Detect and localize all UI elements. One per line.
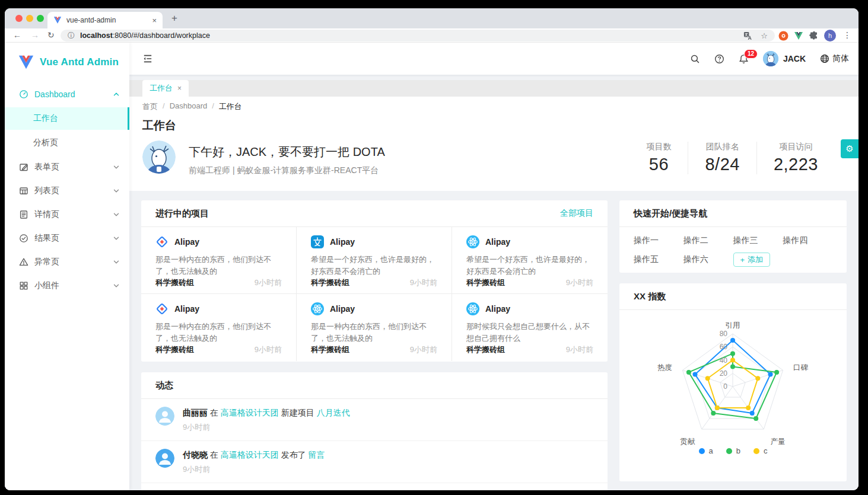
project-time: 9小时前	[410, 277, 437, 288]
chevron-down-icon	[113, 164, 120, 171]
project-card[interactable]: Alipay那是一种内在的东西，他们到达不了，也无法触及的科学搬砖组9小时前	[141, 227, 297, 294]
project-name[interactable]: Alipay	[330, 304, 355, 314]
sidebar-item-detail[interactable]: 详情页	[5, 203, 129, 226]
legend-item-a[interactable]: a	[699, 446, 713, 455]
locale-switcher[interactable]: 简体	[820, 53, 849, 64]
project-group-link[interactable]: 科学搬砖组	[155, 344, 194, 355]
quicknav-link[interactable]: 操作四	[783, 235, 832, 246]
add-quicknav-button[interactable]: +添加	[733, 253, 771, 267]
project-card-head: Alipay	[155, 302, 282, 315]
feed-link[interactable]: 八月迭代	[317, 408, 350, 417]
bookmark-star-icon[interactable]: ☆	[761, 31, 768, 40]
tab-close-icon[interactable]: ×	[152, 16, 157, 25]
quicknav-card-title: 快速开始/便捷导航	[634, 208, 707, 219]
extensions-puzzle-icon[interactable]	[809, 30, 819, 41]
settings-drawer-button[interactable]: ⚙	[841, 139, 859, 158]
sidebar-item-dashboard[interactable]: Dashboard	[5, 83, 129, 106]
project-card[interactable]: Alipay希望是一个好东西，也许是最好的，好东西是不会消亡的科学搬砖组9小时前	[297, 227, 452, 294]
breadcrumb-item[interactable]: 首页	[142, 101, 158, 112]
extension-orange-icon[interactable]	[778, 30, 788, 41]
sidebar-item-list[interactable]: 列表页	[5, 180, 129, 202]
legend-item-c[interactable]: c	[753, 446, 768, 455]
feed-segment: 在	[208, 450, 221, 459]
forward-icon[interactable]: →	[31, 30, 39, 40]
antd-icon	[155, 302, 168, 315]
project-group-link[interactable]: 科学搬砖组	[311, 344, 349, 355]
legend-dot	[726, 448, 732, 454]
stat-项目访问: 项目访问2,223	[756, 142, 835, 174]
quicknav-link[interactable]: 操作三	[733, 235, 783, 246]
add-button-label: 添加	[748, 254, 763, 265]
help-icon[interactable]	[714, 54, 724, 64]
new-tab-button[interactable]: +	[168, 12, 180, 24]
svg-text:0: 0	[723, 382, 727, 391]
project-group-link[interactable]: 科学搬砖组	[466, 277, 505, 288]
project-name[interactable]: Alipay	[485, 237, 510, 247]
project-card-head: Alipay	[311, 302, 437, 315]
legend-dot	[753, 448, 759, 454]
project-name[interactable]: Alipay	[485, 304, 510, 314]
minimize-window-button[interactable]	[26, 15, 33, 22]
feed-link[interactable]: 高逼格设计天团	[221, 450, 279, 459]
locale-label: 简体	[832, 53, 849, 64]
feed-segment: 新建项目	[279, 408, 317, 417]
project-footer: 科学搬砖组9小时前	[155, 344, 282, 355]
quicknav-link[interactable]: 操作五	[634, 254, 683, 267]
sidebar-item-components[interactable]: 小组件	[5, 274, 129, 297]
browser-tab[interactable]: vue-antd-admin ×	[47, 12, 163, 28]
breadcrumb-item[interactable]: Dashboard	[170, 101, 208, 112]
atom-icon	[311, 302, 324, 315]
sidebar-item-form[interactable]: 表单页	[5, 156, 129, 178]
sidebar-item-label: 结果页	[34, 233, 113, 244]
page-title: 工作台	[142, 118, 176, 133]
address-bar[interactable]: ⓘ localhost:8080/#/dashboard/workplace ☆	[61, 30, 775, 41]
user-menu[interactable]: JACK	[763, 51, 806, 66]
project-card[interactable]: Alipay那是一种内在的东西，他们到达不了，也无法触及的科学搬砖组9小时前	[297, 294, 452, 361]
breadcrumb-item: 工作台	[219, 101, 242, 112]
profile-icon	[19, 210, 28, 219]
project-name[interactable]: Alipay	[174, 237, 199, 247]
sidebar-item-result[interactable]: 结果页	[5, 227, 129, 250]
all-projects-link[interactable]: 全部项目	[560, 208, 593, 219]
translate-icon[interactable]	[743, 31, 752, 40]
project-time: 9小时前	[255, 344, 282, 355]
project-name[interactable]: Alipay	[330, 237, 355, 247]
project-name[interactable]: Alipay	[174, 304, 199, 314]
project-card[interactable]: Alipay那时候我只会想自己想要什么，从不想自己拥有什么科学搬砖组9小时前	[452, 294, 608, 361]
atom-icon	[466, 302, 479, 315]
feed-avatar	[155, 449, 174, 468]
browser-menu-icon[interactable]: ⋮	[843, 30, 851, 40]
legend-item-b[interactable]: b	[726, 446, 740, 455]
feed-link[interactable]: 高逼格设计天团	[221, 408, 279, 417]
feed-link[interactable]: 留言	[309, 450, 325, 459]
sidebar-item-exception[interactable]: 异常页	[5, 251, 129, 273]
project-desc: 那是一种内在的东西，他们到达不了，也无法触及的	[311, 321, 437, 344]
app-logo[interactable]: Vue Antd Admin	[5, 43, 129, 72]
search-icon[interactable]	[690, 54, 700, 64]
greeting-avatar	[142, 140, 176, 174]
browser-profile-avatar[interactable]: h	[824, 30, 836, 41]
back-icon[interactable]: ←	[13, 30, 21, 40]
activity-card-title: 动态	[155, 380, 173, 391]
page-tab-close-icon[interactable]: ×	[177, 84, 182, 92]
project-group-link[interactable]: 科学搬砖组	[155, 277, 194, 288]
quicknav-link[interactable]: 操作六	[683, 254, 733, 267]
page-tab-workplace[interactable]: 工作台 ×	[142, 80, 189, 97]
reload-icon[interactable]: ↻	[47, 30, 55, 40]
project-group-link[interactable]: 科学搬砖组	[466, 344, 505, 355]
project-desc: 希望是一个好东西，也许是最好的，好东西是不会消亡的	[466, 254, 593, 277]
quicknav-link[interactable]: 操作二	[683, 235, 733, 246]
zoom-window-button[interactable]	[37, 15, 44, 22]
quicknav-links: 操作一操作二操作三操作四操作五操作六+添加	[619, 227, 847, 275]
project-group-link[interactable]: 科学搬砖组	[311, 277, 349, 288]
project-card[interactable]: Alipay那是一种内在的东西，他们到达不了，也无法触及的科学搬砖组9小时前	[141, 294, 297, 361]
notifications-bell-icon[interactable]: 12	[739, 54, 749, 64]
sidebar-item-workplace[interactable]: 工作台	[5, 107, 129, 130]
close-window-button[interactable]	[15, 15, 23, 22]
page-info-icon[interactable]: ⓘ	[68, 31, 75, 41]
sidebar-item-analysis[interactable]: 分析页	[5, 132, 129, 154]
quicknav-link[interactable]: 操作一	[634, 235, 683, 246]
menu-fold-icon[interactable]	[142, 53, 153, 64]
project-card[interactable]: Alipay希望是一个好东西，也许是最好的，好东西是不会消亡的科学搬砖组9小时前	[452, 227, 608, 294]
vue-devtools-icon[interactable]	[793, 30, 804, 41]
